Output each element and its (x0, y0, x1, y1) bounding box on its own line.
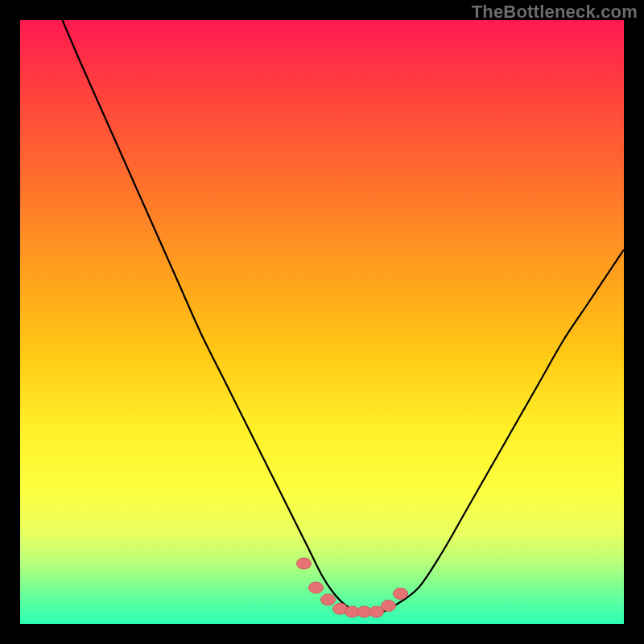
chart-svg (20, 20, 624, 624)
marker-point (321, 594, 336, 605)
highlight-markers (297, 558, 408, 617)
chart-frame: TheBottleneck.com (0, 0, 644, 644)
marker-point (309, 582, 324, 593)
marker-point (382, 601, 396, 612)
marker-point (297, 558, 312, 569)
marker-point (394, 588, 408, 600)
watermark-text: TheBottleneck.com (472, 2, 638, 23)
bottleneck-curve (63, 20, 625, 613)
plot-area (20, 20, 624, 624)
